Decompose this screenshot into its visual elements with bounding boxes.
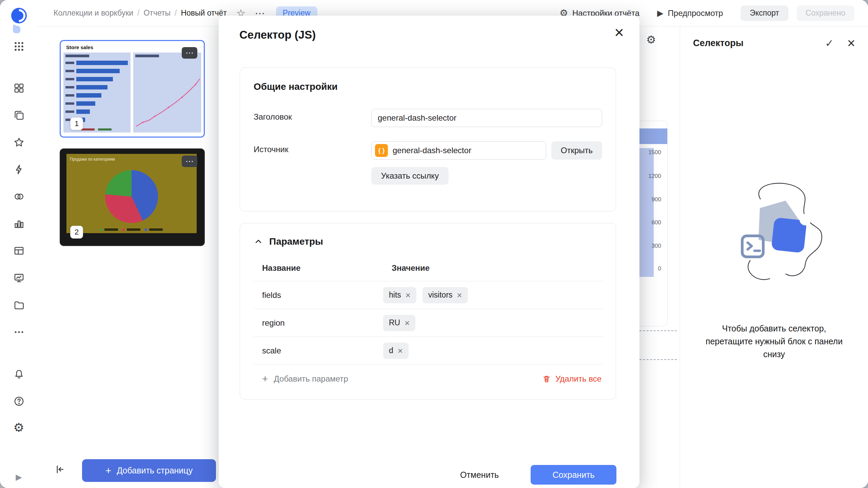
close-panel-icon[interactable]: × bbox=[847, 38, 855, 48]
y-axis-tick: 900 bbox=[652, 196, 661, 203]
breadcrumb-reports[interactable]: Отчеты bbox=[143, 8, 171, 18]
help-question-icon[interactable] bbox=[11, 393, 27, 409]
param-name: fields bbox=[254, 290, 383, 300]
param-row-region: region RU × bbox=[254, 309, 603, 337]
page-2-menu-button[interactable]: ⋯ bbox=[182, 156, 197, 167]
breadcrumb-separator: / bbox=[175, 8, 177, 18]
favorites-star-icon[interactable] bbox=[11, 134, 27, 150]
column-header-name: Название bbox=[262, 263, 300, 273]
delete-all-label: Удалить все bbox=[555, 374, 601, 384]
breadcrumb-collections[interactable]: Коллекции и воркбуки bbox=[54, 8, 133, 18]
save-button[interactable]: Сохранить bbox=[531, 465, 616, 485]
dialog-title: Селектор (JS) bbox=[239, 28, 316, 41]
page-1-menu-button[interactable]: ⋯ bbox=[182, 47, 197, 59]
chart-bar bbox=[639, 148, 654, 277]
more-ellipsis-icon[interactable] bbox=[11, 324, 27, 340]
general-settings-card: Общие настройки Заголовок Источник { } g… bbox=[240, 67, 616, 211]
chip-label: visitors bbox=[428, 290, 453, 300]
selectors-panel-header: Селекторы ✓ × bbox=[680, 26, 868, 60]
connections-circles-icon[interactable] bbox=[11, 188, 27, 205]
widget-settings-gear-icon[interactable]: ⚙ bbox=[646, 33, 656, 46]
param-value-chip: RU × bbox=[383, 315, 415, 331]
param-name: region bbox=[254, 318, 383, 328]
datasets-table-icon[interactable] bbox=[11, 243, 27, 259]
tune-sliders-icon bbox=[705, 487, 715, 488]
collapse-left-icon bbox=[54, 464, 65, 475]
y-axis-tick: 1200 bbox=[648, 173, 661, 180]
dashboards-icon[interactable] bbox=[11, 80, 27, 96]
chip-label: RU bbox=[389, 318, 400, 327]
files-folder-icon[interactable] bbox=[11, 297, 27, 313]
quick-charts-lightning-icon[interactable] bbox=[11, 161, 27, 178]
open-source-button[interactable]: Открыть bbox=[551, 141, 602, 160]
param-row-fields: fields hits × visitors × bbox=[254, 281, 603, 309]
param-values: d × bbox=[383, 343, 409, 359]
source-field[interactable]: { } general-dash-selector bbox=[371, 141, 546, 160]
selector-js-block[interactable]: { } Селектор (JS) bbox=[775, 487, 843, 488]
selectors-panel: Селекторы ✓ × Чтобы добавить селектор, п… bbox=[680, 26, 868, 488]
add-parameter-label: Добавить параметр bbox=[274, 374, 348, 384]
preview-label: Предпросмотр bbox=[668, 8, 723, 18]
y-axis-tick: 600 bbox=[652, 219, 661, 226]
remove-chip-icon[interactable]: × bbox=[457, 291, 462, 300]
param-value-chip: hits × bbox=[383, 287, 416, 303]
page-2-number-badge: 2 bbox=[70, 226, 83, 239]
breadcrumb-separator: / bbox=[137, 8, 139, 18]
param-row-scale: scale d × bbox=[254, 337, 603, 364]
chevron-up-icon bbox=[254, 237, 263, 246]
delete-all-button[interactable]: Удалить все bbox=[542, 374, 603, 384]
left-sidebar: ⚙ ▶ bbox=[0, 0, 38, 488]
y-axis-tick: 300 bbox=[652, 243, 661, 249]
page-2-chart-title: Продажи по категориям bbox=[70, 157, 115, 162]
param-values: RU × bbox=[383, 315, 415, 331]
selector-block-label: Селектор bbox=[720, 487, 757, 488]
js-source-badge-icon: { } bbox=[375, 144, 388, 157]
expand-play-icon[interactable]: ▶ bbox=[11, 469, 27, 485]
remove-chip-icon[interactable]: × bbox=[398, 346, 403, 355]
y-axis-tick: 0 bbox=[658, 265, 661, 272]
param-value-chip: visitors × bbox=[422, 287, 468, 303]
collapse-panel-button[interactable] bbox=[50, 459, 70, 480]
parameters-title: Параметры bbox=[269, 236, 323, 247]
collections-icon[interactable] bbox=[11, 107, 27, 123]
source-field-label: Источник bbox=[254, 145, 288, 154]
parameters-footer: + Добавить параметр Удалить все bbox=[254, 364, 603, 393]
page-1-number-badge: 1 bbox=[70, 117, 83, 130]
source-value: general-dash-selector bbox=[393, 146, 471, 155]
add-parameter-button[interactable]: + Добавить параметр bbox=[254, 373, 348, 385]
dialog-close-icon[interactable]: × bbox=[614, 24, 624, 41]
parameters-section-toggle[interactable]: Параметры bbox=[254, 236, 323, 247]
settings-gear-icon[interactable]: ⚙ bbox=[11, 420, 27, 436]
add-page-button[interactable]: + Добавить страницу bbox=[82, 459, 216, 482]
datalens-logo-icon bbox=[8, 6, 30, 39]
editor-monitor-icon[interactable] bbox=[11, 270, 27, 286]
selection-dashed-line bbox=[639, 359, 677, 360]
selectors-panel-title: Селекторы bbox=[693, 38, 744, 48]
param-values: hits × visitors × bbox=[383, 287, 468, 303]
apps-grid-icon[interactable] bbox=[11, 38, 27, 55]
selector-blocks-row: Селектор { } Селектор (JS) bbox=[680, 487, 868, 488]
preview-button[interactable]: ▶ Предпросмотр bbox=[657, 8, 723, 18]
selector-block[interactable]: Селектор bbox=[705, 487, 757, 488]
set-link-button[interactable]: Указать ссылку bbox=[371, 167, 449, 185]
chart-bar-fragment bbox=[639, 128, 668, 144]
empty-state-hint: Чтобы добавить селектор, перетащите нужн… bbox=[703, 322, 845, 361]
y-axis-tick: 1500 bbox=[648, 149, 661, 156]
datalens-logo[interactable] bbox=[8, 6, 30, 39]
app-window: ⚙ ▶ Коллекции и воркбуки / Отчеты / Новы… bbox=[0, 0, 868, 488]
plus-icon: + bbox=[105, 466, 112, 476]
notifications-bell-icon[interactable] bbox=[11, 366, 27, 382]
charts-bar-icon[interactable] bbox=[11, 216, 27, 232]
param-value-chip: d × bbox=[383, 343, 409, 359]
title-input[interactable] bbox=[371, 109, 602, 127]
apply-check-icon[interactable]: ✓ bbox=[825, 37, 834, 49]
trash-icon bbox=[542, 374, 551, 383]
saved-status-button: Сохранено bbox=[796, 5, 854, 21]
remove-chip-icon[interactable]: × bbox=[405, 319, 410, 327]
export-button[interactable]: Экспорт bbox=[741, 5, 788, 21]
param-name: scale bbox=[254, 346, 383, 355]
cancel-button[interactable]: Отменить bbox=[452, 465, 507, 485]
remove-chip-icon[interactable]: × bbox=[406, 291, 411, 300]
play-icon: ▶ bbox=[657, 9, 663, 17]
plus-icon: + bbox=[262, 373, 268, 385]
